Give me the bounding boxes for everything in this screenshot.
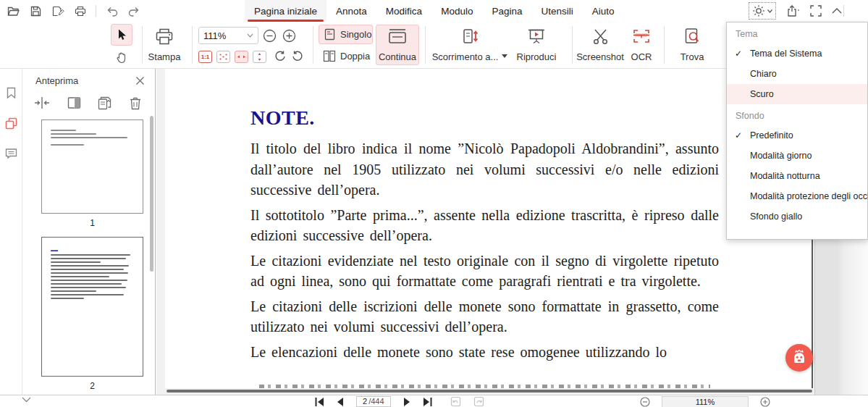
zoom-out-icon[interactable] [640,397,650,407]
next-view-button[interactable] [473,396,484,407]
quick-access-toolbar [6,0,141,22]
tab-pagina-iniziale[interactable]: Pagina iniziale [245,0,326,22]
caret-down-icon [502,54,507,58]
zoom-in-icon[interactable] [760,397,770,407]
split-view-icon[interactable] [67,96,81,109]
fit-width-button[interactable] [235,51,248,63]
tab-annota[interactable]: Annota [326,0,376,22]
menu-item-protezione-occhi[interactable]: Modalità protezione degli occhi [727,186,867,206]
thumbnails-panel-button[interactable] [0,111,22,135]
print-button[interactable]: Stampa [143,25,185,65]
zoom-in-button[interactable] [282,28,297,43]
ribbon-tabs: Pagina iniziale Annota Modifica Modulo P… [245,0,624,22]
tab-modulo[interactable]: Modulo [431,0,482,22]
menu-item-chiaro[interactable]: Chiaro [727,64,867,84]
printer-icon [155,28,174,46]
previous-view-button[interactable] [450,396,461,407]
page-fit-group: 1:1 [198,50,304,63]
document-page[interactable]: NOTE. Il titolo del libro indica il nome… [165,69,813,388]
delete-page-icon[interactable] [129,96,142,110]
quick-print-icon[interactable] [73,4,88,18]
comments-panel-button[interactable] [0,141,22,166]
rotate-cw-button[interactable] [274,50,287,63]
single-page-label: Singolo [340,29,371,40]
find-button[interactable]: Trova [672,25,712,65]
caret-down-icon [767,9,772,13]
document-paragraph: Il titolo del libro indica il nome ”Nico… [250,138,719,201]
status-bar: 2 /444 111% [0,395,868,407]
fit-height-button[interactable] [253,51,266,63]
menu-item-modalita-giorno[interactable]: Modalità giorno [727,146,867,166]
theme-button[interactable] [749,2,776,20]
previous-page-button[interactable] [337,398,344,406]
continuous-view-label: Continua [379,51,416,62]
zoom-level-value: 111% [203,30,226,41]
redo-icon[interactable] [127,4,141,18]
rotate-ccw-button[interactable] [291,50,304,63]
auto-scroll-button[interactable]: Scorrimento a... [430,25,510,65]
menu-item-tema-del-sistema[interactable]: ✓ Tema del Sistema [727,43,867,64]
menu-item-modalita-notturna[interactable]: Modalità notturna [727,166,867,186]
save-icon[interactable] [28,4,43,18]
open-file-icon[interactable] [6,4,20,18]
actual-size-button[interactable]: 1:1 [198,51,212,63]
collapse-statusbar-icon[interactable] [22,397,31,403]
toolbar-divider [96,5,96,17]
thumbnail-item-2[interactable]: ▬▬ 2 [41,237,143,391]
double-page-button[interactable]: Doppia [319,46,373,66]
continuous-view-button[interactable]: Continua [376,25,419,65]
bookmarks-panel-button[interactable] [0,80,22,105]
group-divider [664,26,665,64]
menu-item-predefinito[interactable]: ✓ Predefinito [727,125,867,146]
thumbnails-panel: Anteprima 1 ▬▬ [22,69,156,395]
collapse-ribbon-button[interactable] [832,8,842,14]
auto-scroll-label: Scorrimento a... [432,51,499,62]
zoom-out-button[interactable] [262,28,277,43]
double-page-label: Doppia [340,51,370,62]
zoom-slider-value[interactable]: 111% [662,396,749,407]
first-page-button[interactable] [315,398,324,406]
last-page-button[interactable] [423,398,432,406]
chevron-down-icon [247,33,253,38]
select-tool-button[interactable] [111,24,132,46]
menu-section-sfondo: Sfondo [727,104,867,125]
tab-aiuto[interactable]: Aiuto [583,0,624,22]
menu-item-scuro[interactable]: Scuro [727,84,867,104]
hand-tool-button[interactable] [112,48,131,67]
find-in-document-icon [683,28,701,46]
ocr-button[interactable]: OCR [625,25,657,65]
save-as-icon[interactable] [51,4,65,18]
page-number-input[interactable]: 2 /444 [356,396,391,407]
find-label: Trova [681,51,704,62]
undo-icon[interactable] [104,4,119,18]
thumbnail-item-1[interactable]: 1 [41,119,143,228]
horizontal-scrollbar[interactable] [167,390,812,393]
collapse-pages-icon[interactable] [34,96,50,109]
total-pages: /444 [368,397,384,406]
theme-dropdown-menu: Tema ✓ Tema del Sistema Chiaro Scuro Sfo… [726,22,868,240]
double-page-icon [323,50,336,62]
panel-scrollbar[interactable] [150,116,153,272]
screenshot-button[interactable]: Screenshot [574,25,626,65]
assistant-button[interactable] [785,344,813,372]
document-paragraph: Le elencazioni delle monete sono state r… [250,342,719,363]
current-page: 2 [363,397,367,406]
export-page-icon[interactable] [98,96,111,110]
fullscreen-button[interactable] [810,5,822,17]
page-2-thumbnail[interactable]: ▬▬ [41,237,143,377]
close-panel-icon[interactable] [135,76,145,85]
fit-page-button[interactable] [216,51,230,63]
tab-utensili[interactable]: Utensili [531,0,582,22]
single-page-button[interactable]: Singolo [319,25,373,44]
menu-item-sfondo-giallo[interactable]: Sfondo giallo [727,206,867,227]
page-1-thumbnail[interactable] [41,119,143,214]
robot-icon [790,348,809,367]
next-page-button[interactable] [403,398,410,406]
tab-pagina[interactable]: Pagina [482,0,531,22]
check-icon: ✓ [735,43,742,64]
zoom-level-combobox[interactable]: 111% [198,27,258,44]
play-presentation-button[interactable]: Riproduci [511,25,562,65]
share-button[interactable] [786,4,800,17]
tab-modifica[interactable]: Modifica [376,0,431,22]
cursor-icon [116,28,127,41]
